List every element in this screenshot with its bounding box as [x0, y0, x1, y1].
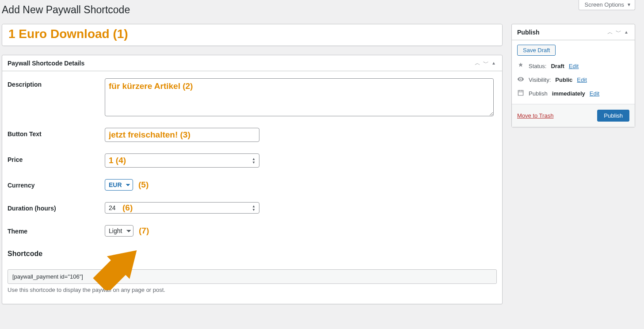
publish-actions: Move to Trash Publish — [512, 104, 635, 127]
publish-button[interactable]: Publish — [597, 110, 629, 122]
shortcode-details-panel: Paywall Shortcode Details ︿ ﹀ ▲ Descript… — [2, 55, 503, 304]
panel-toggle-icon[interactable]: ▲ — [623, 30, 629, 34]
visibility-value: Public — [555, 77, 572, 83]
panel-heading: Paywall Shortcode Details — [8, 60, 84, 67]
calendar-icon — [517, 89, 524, 98]
annotation-7: (7) — [139, 226, 149, 236]
screen-options-tab[interactable]: Screen Options ▼ — [579, 0, 635, 10]
button-text-label: Button Text — [8, 128, 105, 138]
panel-handle-actions: ︿ ﹀ ▲ — [606, 29, 629, 35]
status-edit-link[interactable]: Edit — [569, 63, 579, 69]
theme-label: Theme — [8, 225, 105, 235]
post-title-input[interactable] — [2, 24, 502, 46]
status-value: Draft — [551, 63, 564, 69]
field-row-theme: Theme Light (7) — [8, 225, 497, 237]
panel-header: Paywall Shortcode Details ︿ ﹀ ▲ — [2, 55, 502, 71]
schedule-label: Publish — [529, 90, 548, 97]
screen-options-label: Screen Options — [584, 1, 624, 8]
order-down-icon[interactable]: ﹀ — [615, 29, 622, 35]
publish-meta: Status: Draft Edit Visibility: Public Ed… — [517, 62, 629, 104]
chevron-down-icon: ▼ — [627, 2, 631, 7]
panel-body: Description für kürzere Artikel (2) Butt… — [2, 71, 502, 304]
order-up-icon[interactable]: ︿ — [606, 29, 614, 35]
visibility-row: Visibility: Public Edit — [517, 76, 629, 84]
order-up-icon[interactable]: ︿ — [474, 60, 481, 66]
status-row: Status: Draft Edit — [517, 62, 629, 70]
status-label: Status: — [529, 63, 546, 69]
publish-header: Publish ︿ ﹀ ▲ — [512, 24, 635, 40]
publish-panel: Publish ︿ ﹀ ▲ Save Draft S — [511, 24, 635, 127]
pin-icon — [517, 62, 524, 70]
eye-icon — [517, 76, 524, 84]
order-down-icon[interactable]: ﹀ — [482, 60, 490, 66]
currency-label: Currency — [8, 179, 105, 189]
panel-toggle-icon[interactable]: ▲ — [491, 61, 497, 65]
side-column: Publish ︿ ﹀ ▲ Save Draft S — [511, 24, 635, 136]
schedule-edit-link[interactable]: Edit — [590, 90, 599, 97]
field-row-duration: Duration (hours) (6) ▲▼ — [8, 202, 497, 214]
price-label: Price — [8, 153, 105, 163]
page-title: Add New Paywall Shortcode — [2, 0, 635, 24]
field-row-description: Description für kürzere Artikel (2) — [8, 78, 497, 116]
shortcode-output[interactable] — [8, 269, 497, 284]
save-draft-button[interactable]: Save Draft — [517, 45, 556, 56]
field-row-button-text: Button Text — [8, 128, 497, 142]
main-column: Paywall Shortcode Details ︿ ﹀ ▲ Descript… — [2, 24, 503, 313]
publish-heading: Publish — [517, 29, 540, 36]
field-row-currency: Currency EUR (5) — [8, 179, 497, 191]
button-text-input[interactable] — [105, 128, 259, 142]
shortcode-block: Shortcode Use this shortcode to display … — [8, 250, 497, 293]
post-title-wrap — [2, 24, 503, 46]
duration-input[interactable] — [105, 202, 259, 214]
visibility-edit-link[interactable]: Edit — [577, 77, 587, 83]
description-textarea[interactable]: für kürzere Artikel (2) — [105, 78, 494, 116]
shortcode-label: Shortcode — [8, 250, 497, 258]
panel-handle-actions: ︿ ﹀ ▲ — [474, 60, 497, 66]
visibility-label: Visibility: — [529, 77, 551, 83]
shortcode-hint: Use this shortcode to display the paywal… — [8, 287, 497, 293]
move-to-trash-link[interactable]: Move to Trash — [517, 112, 553, 119]
price-input[interactable] — [105, 153, 259, 168]
currency-select[interactable]: EUR — [105, 179, 133, 191]
description-label: Description — [8, 78, 105, 88]
schedule-row: Publish immediately Edit — [517, 89, 629, 98]
duration-label: Duration (hours) — [8, 202, 105, 212]
theme-select[interactable]: Light — [105, 225, 133, 237]
annotation-5: (5) — [138, 180, 149, 190]
publish-body: Save Draft Status: Draft Edit — [512, 40, 635, 104]
schedule-value: immediately — [552, 90, 585, 97]
field-row-price: Price ▲▼ — [8, 153, 497, 168]
